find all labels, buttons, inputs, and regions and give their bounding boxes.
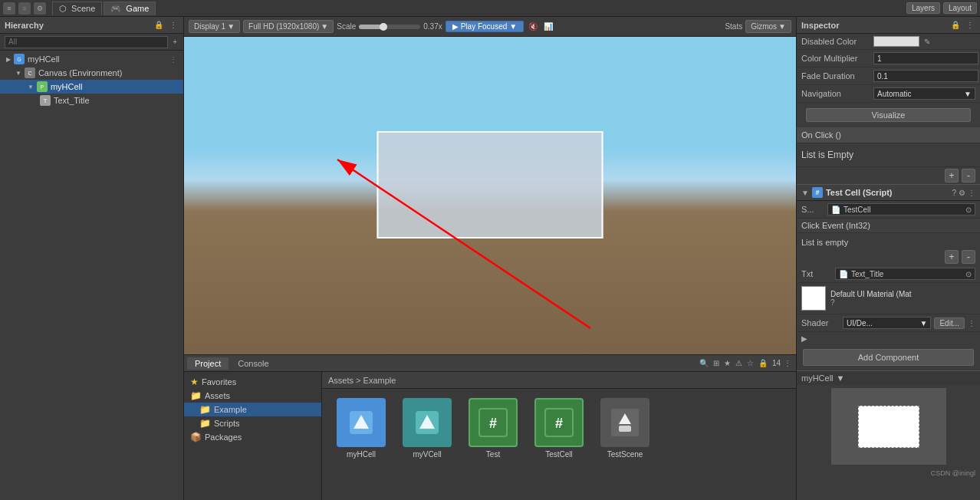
tab-console[interactable]: Console (230, 357, 276, 370)
asset-myvcell[interactable]: myVCell (400, 398, 454, 459)
project-search-icon[interactable]: 🔍 (698, 359, 710, 367)
resolution-dropdown[interactable]: Full HD (1920x1080) ▼ (243, 20, 334, 33)
list-is-empty-onclick: List is Empty (797, 143, 980, 167)
game-tab-icon: 🎮 (110, 4, 121, 13)
expand-down-icon[interactable]: ▶ (801, 334, 807, 343)
project-icons-icon[interactable]: ⊞ (712, 359, 721, 367)
tab-project[interactable]: Project (187, 357, 229, 370)
inspector-header: Inspector 🔒 ⋮ (797, 17, 980, 34)
inspector-more-icon[interactable]: ⋮ (965, 21, 975, 29)
sidebar-packages[interactable]: 📦 Packages (184, 430, 321, 444)
sidebar-scripts[interactable]: 📁 Scripts (184, 416, 321, 430)
color-multiplier-input[interactable] (873, 52, 978, 64)
myhcell-dropdown-icon[interactable]: ▼ (837, 373, 845, 383)
asset-test[interactable]: # Test (466, 398, 520, 459)
circle-icon[interactable]: ○ (18, 2, 31, 15)
material-swatch[interactable] (801, 286, 826, 311)
scripts-icon: 📁 (199, 418, 211, 429)
scale-slider[interactable] (359, 25, 420, 29)
expand-icon: ▶ (6, 56, 11, 63)
tab-scene[interactable]: ⬡ Scene (52, 2, 102, 15)
test-cell-help-icon[interactable]: ? (952, 189, 956, 197)
scale-handle[interactable] (380, 23, 387, 31)
script-target-icon[interactable]: ⊙ (965, 206, 972, 214)
canvas-icon: C (25, 67, 35, 78)
disabled-color-swatch[interactable] (873, 36, 919, 47)
sidebar-example[interactable]: 📁 Example (184, 403, 321, 416)
expand-myhcell-icon: ▼ (28, 84, 34, 90)
material-help-icon[interactable]: ? (830, 298, 835, 307)
scripts-label: Scripts (214, 419, 240, 428)
gear-icon[interactable]: ⚙ (34, 2, 46, 15)
hierarchy-search-input[interactable] (5, 36, 168, 48)
project-sidebar: ★ Favorites 📁 Assets 📁 Example 📁 Scripts (184, 372, 322, 500)
play-icon: ▶ (452, 22, 459, 31)
script-file-icon: 📄 (831, 206, 840, 214)
game-rect (377, 131, 603, 238)
add-component-btn[interactable]: Add Component (803, 349, 974, 366)
scene-game-tabs: ⬡ Scene 🎮 Game (52, 2, 156, 15)
layout-btn[interactable]: Layout (943, 2, 977, 14)
onclick-plus-btn[interactable]: + (945, 169, 959, 183)
example-label: Example (214, 405, 247, 414)
hierarchy-add-icon[interactable]: + (171, 38, 179, 46)
clickevent-minus-btn[interactable]: - (962, 250, 975, 264)
sidebar-assets[interactable]: 📁 Assets (184, 389, 321, 403)
bottom-content: ★ Favorites 📁 Assets 📁 Example 📁 Scripts (184, 372, 796, 500)
project-lock-icon[interactable]: 🔒 (757, 359, 769, 367)
asset-label-test: Test (486, 450, 500, 459)
play-focused-btn[interactable]: ▶ Play Focused ▼ (446, 21, 525, 32)
hierarchy-lock-icon[interactable]: 🔒 (153, 21, 165, 29)
shader-more-icon[interactable]: ⋮ (968, 319, 975, 327)
hier-item-myhcell-root[interactable]: ▶ G myHCell ⋮ (0, 52, 183, 66)
hier-label-myhcell-root: myHCell (28, 54, 60, 64)
hier-options-icon[interactable]: ⋮ (169, 55, 177, 64)
play-focused-chevron: ▼ (509, 22, 517, 31)
section-collapse-icon[interactable]: ▼ (801, 189, 809, 197)
hierarchy-more-icon[interactable]: ⋮ (168, 21, 179, 29)
project-star-icon[interactable]: ☆ (745, 359, 755, 367)
myhcell-preview (831, 388, 946, 465)
navigation-dropdown[interactable]: Automatic ▼ (873, 87, 975, 100)
hierarchy-panel: Hierarchy 🔒 ⋮ + ▶ G myHCell ⋮ ▼ C Canvas… (0, 17, 184, 500)
project-fav-icon[interactable]: ★ (722, 359, 732, 367)
asset-myhcell[interactable]: myHCell (334, 398, 388, 459)
display-label: Display 1 (194, 22, 225, 31)
game-viewport (184, 37, 796, 354)
project-warning-icon[interactable]: ⚠ (734, 359, 744, 367)
test-cell-more-icon[interactable]: ⋮ (968, 189, 975, 197)
shader-value: UI/De... (847, 319, 873, 327)
shader-dropdown[interactable]: UI/De... ▼ (843, 317, 931, 329)
test-cell-settings-icon[interactable]: ⚙ (959, 189, 965, 197)
mute-icon[interactable]: 🔇 (527, 22, 539, 31)
script-label: S... (801, 205, 824, 214)
project-more-icon[interactable]: ⋮ (782, 359, 793, 367)
txt-target-icon[interactable]: ⊙ (965, 270, 972, 278)
tab-game[interactable]: 🎮 Game (104, 2, 156, 15)
onclick-minus-btn[interactable]: - (962, 169, 975, 183)
asset-testcell[interactable]: # TestCell (532, 398, 586, 459)
txt-value-field: 📄 Text_Title ⊙ (835, 268, 975, 280)
layers-btn[interactable]: Layers (906, 2, 940, 14)
menu-icon[interactable]: ≡ (3, 2, 15, 15)
list-empty-row2: List is empty (797, 233, 980, 248)
hier-item-canvas[interactable]: ▼ C Canvas (Environment) (0, 66, 183, 80)
display-dropdown[interactable]: Display 1 ▼ (189, 20, 240, 33)
asset-icon-testcell: # (534, 398, 584, 447)
myhcell-footer: myHCell ▼ (797, 370, 980, 385)
hier-item-myhcell-child[interactable]: ▼ P myHCell (0, 80, 183, 94)
txt-file-icon: 📄 (839, 270, 848, 278)
shader-edit-btn[interactable]: Edit... (934, 317, 965, 329)
stats-icon[interactable]: 📊 (542, 22, 554, 31)
clickevent-plus-btn[interactable]: + (945, 250, 959, 264)
visualize-btn[interactable]: Visualize (806, 108, 971, 122)
fade-duration-input[interactable] (873, 70, 978, 82)
packages-icon: 📦 (190, 432, 202, 442)
color-picker-icon[interactable]: ✎ (924, 38, 930, 46)
watermark: CSDN @iningl (797, 468, 980, 479)
gizmos-dropdown[interactable]: Gizmos ▼ (745, 20, 791, 33)
hier-item-text-title[interactable]: T Text_Title (0, 94, 183, 107)
sidebar-favorites[interactable]: ★ Favorites (184, 375, 321, 389)
inspector-lock-icon[interactable]: 🔒 (949, 21, 962, 29)
asset-testscene[interactable]: TestScene (598, 398, 652, 459)
